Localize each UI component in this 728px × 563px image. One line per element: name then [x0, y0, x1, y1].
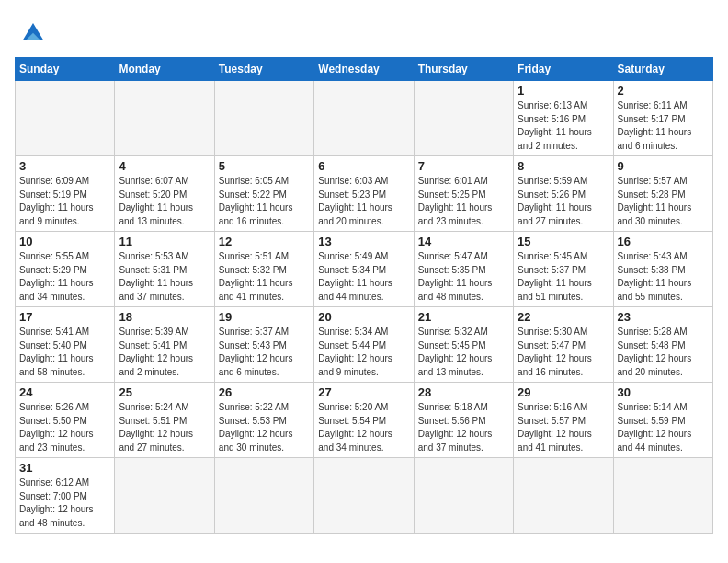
day-info: Sunrise: 5:45 AM Sunset: 5:37 PM Dayligh…: [518, 250, 609, 304]
calendar-cell: 21Sunrise: 5:32 AM Sunset: 5:45 PM Dayli…: [414, 307, 513, 383]
day-number: 19: [219, 310, 310, 324]
calendar-cell: [314, 458, 414, 534]
day-number: 24: [19, 385, 110, 399]
col-header-monday: Monday: [115, 58, 214, 81]
day-number: 28: [418, 385, 509, 399]
calendar-cell: 24Sunrise: 5:26 AM Sunset: 5:50 PM Dayli…: [16, 383, 115, 458]
calendar-cell: 6Sunrise: 6:03 AM Sunset: 5:23 PM Daylig…: [314, 156, 414, 232]
col-header-tuesday: Tuesday: [214, 58, 313, 81]
day-number: 26: [219, 385, 310, 399]
calendar-cell: 11Sunrise: 5:53 AM Sunset: 5:31 PM Dayli…: [115, 232, 214, 307]
calendar-cell: 29Sunrise: 5:16 AM Sunset: 5:57 PM Dayli…: [514, 383, 613, 458]
col-header-thursday: Thursday: [414, 58, 513, 81]
calendar-cell: [115, 81, 214, 156]
calendar-cell: 16Sunrise: 5:43 AM Sunset: 5:38 PM Dayli…: [613, 232, 712, 307]
calendar-cell: 10Sunrise: 5:55 AM Sunset: 5:29 PM Dayli…: [16, 232, 115, 307]
day-number: 1: [518, 84, 609, 98]
day-info: Sunrise: 5:28 AM Sunset: 5:48 PM Dayligh…: [618, 326, 709, 379]
day-number: 23: [618, 310, 709, 324]
day-info: Sunrise: 5:24 AM Sunset: 5:51 PM Dayligh…: [119, 401, 210, 454]
calendar-header-row: SundayMondayTuesdayWednesdayThursdayFrid…: [16, 58, 713, 81]
calendar-cell: [514, 458, 613, 534]
logo: [15, 15, 50, 52]
day-info: Sunrise: 5:55 AM Sunset: 5:29 PM Dayligh…: [19, 250, 110, 304]
day-info: Sunrise: 5:34 AM Sunset: 5:44 PM Dayligh…: [318, 326, 409, 379]
day-number: 4: [119, 159, 210, 173]
day-info: Sunrise: 6:01 AM Sunset: 5:25 PM Dayligh…: [418, 175, 509, 228]
day-number: 21: [418, 310, 509, 324]
calendar-cell: [214, 458, 313, 534]
day-number: 31: [19, 461, 110, 475]
day-number: 8: [518, 159, 609, 173]
day-number: 17: [19, 310, 110, 324]
day-info: Sunrise: 5:18 AM Sunset: 5:56 PM Dayligh…: [418, 401, 509, 454]
calendar-cell: 26Sunrise: 5:22 AM Sunset: 5:53 PM Dayli…: [214, 383, 313, 458]
calendar-cell: [414, 458, 513, 534]
day-number: 12: [219, 235, 310, 248]
day-info: Sunrise: 6:05 AM Sunset: 5:22 PM Dayligh…: [219, 175, 310, 228]
day-info: Sunrise: 6:03 AM Sunset: 5:23 PM Dayligh…: [318, 175, 409, 228]
calendar-cell: [314, 81, 414, 156]
day-number: 29: [518, 385, 609, 399]
day-number: 3: [19, 159, 110, 173]
calendar-cell: [613, 458, 712, 534]
day-info: Sunrise: 5:22 AM Sunset: 5:53 PM Dayligh…: [219, 401, 310, 454]
calendar-cell: 13Sunrise: 5:49 AM Sunset: 5:34 PM Dayli…: [314, 232, 414, 307]
day-number: 30: [618, 385, 709, 399]
calendar-cell: 28Sunrise: 5:18 AM Sunset: 5:56 PM Dayli…: [414, 383, 513, 458]
day-info: Sunrise: 6:09 AM Sunset: 5:19 PM Dayligh…: [19, 175, 110, 228]
day-number: 27: [318, 385, 409, 399]
week-row-2: 3Sunrise: 6:09 AM Sunset: 5:19 PM Daylig…: [16, 156, 713, 232]
calendar-cell: 3Sunrise: 6:09 AM Sunset: 5:19 PM Daylig…: [16, 156, 115, 232]
day-number: 16: [618, 235, 709, 248]
day-info: Sunrise: 5:14 AM Sunset: 5:59 PM Dayligh…: [618, 401, 709, 454]
calendar-cell: 23Sunrise: 5:28 AM Sunset: 5:48 PM Dayli…: [613, 307, 712, 383]
day-number: 14: [418, 235, 509, 248]
calendar-cell: [214, 81, 313, 156]
week-row-6: 31Sunrise: 6:12 AM Sunset: 7:00 PM Dayli…: [16, 458, 713, 534]
col-header-friday: Friday: [514, 58, 613, 81]
calendar-cell: 14Sunrise: 5:47 AM Sunset: 5:35 PM Dayli…: [414, 232, 513, 307]
week-row-3: 10Sunrise: 5:55 AM Sunset: 5:29 PM Dayli…: [16, 232, 713, 307]
logo-icon: [17, 15, 50, 48]
day-info: Sunrise: 5:32 AM Sunset: 5:45 PM Dayligh…: [418, 326, 509, 379]
calendar-cell: 19Sunrise: 5:37 AM Sunset: 5:43 PM Dayli…: [214, 307, 313, 383]
col-header-wednesday: Wednesday: [314, 58, 414, 81]
day-number: 22: [518, 310, 609, 324]
day-number: 10: [19, 235, 110, 248]
calendar-cell: 4Sunrise: 6:07 AM Sunset: 5:20 PM Daylig…: [115, 156, 214, 232]
day-info: Sunrise: 5:30 AM Sunset: 5:47 PM Dayligh…: [518, 326, 609, 379]
calendar-cell: 22Sunrise: 5:30 AM Sunset: 5:47 PM Dayli…: [514, 307, 613, 383]
day-info: Sunrise: 5:41 AM Sunset: 5:40 PM Dayligh…: [19, 326, 110, 379]
calendar-cell: 31Sunrise: 6:12 AM Sunset: 7:00 PM Dayli…: [16, 458, 115, 534]
day-info: Sunrise: 5:53 AM Sunset: 5:31 PM Dayligh…: [119, 250, 210, 304]
calendar-cell: 2Sunrise: 6:11 AM Sunset: 5:17 PM Daylig…: [613, 81, 712, 156]
day-number: 6: [318, 159, 409, 173]
day-number: 5: [219, 159, 310, 173]
week-row-1: 1Sunrise: 6:13 AM Sunset: 5:16 PM Daylig…: [16, 81, 713, 156]
day-info: Sunrise: 5:59 AM Sunset: 5:26 PM Dayligh…: [518, 175, 609, 228]
day-number: 18: [119, 310, 210, 324]
calendar-cell: [16, 81, 115, 156]
calendar-cell: 30Sunrise: 5:14 AM Sunset: 5:59 PM Dayli…: [613, 383, 712, 458]
week-row-4: 17Sunrise: 5:41 AM Sunset: 5:40 PM Dayli…: [16, 307, 713, 383]
day-info: Sunrise: 5:43 AM Sunset: 5:38 PM Dayligh…: [618, 250, 709, 304]
day-info: Sunrise: 5:37 AM Sunset: 5:43 PM Dayligh…: [219, 326, 310, 379]
calendar-cell: 20Sunrise: 5:34 AM Sunset: 5:44 PM Dayli…: [314, 307, 414, 383]
calendar-cell: [414, 81, 513, 156]
day-info: Sunrise: 5:47 AM Sunset: 5:35 PM Dayligh…: [418, 250, 509, 304]
col-header-sunday: Sunday: [16, 58, 115, 81]
page-header: [15, 9, 713, 52]
calendar-cell: 17Sunrise: 5:41 AM Sunset: 5:40 PM Dayli…: [16, 307, 115, 383]
day-number: 9: [618, 159, 709, 173]
day-info: Sunrise: 6:13 AM Sunset: 5:16 PM Dayligh…: [518, 99, 609, 153]
calendar-cell: 25Sunrise: 5:24 AM Sunset: 5:51 PM Dayli…: [115, 383, 214, 458]
day-number: 13: [318, 235, 409, 248]
calendar-table: SundayMondayTuesdayWednesdayThursdayFrid…: [15, 57, 713, 534]
calendar-cell: 9Sunrise: 5:57 AM Sunset: 5:28 PM Daylig…: [613, 156, 712, 232]
day-number: 15: [518, 235, 609, 248]
day-info: Sunrise: 5:57 AM Sunset: 5:28 PM Dayligh…: [618, 175, 709, 228]
calendar-cell: 27Sunrise: 5:20 AM Sunset: 5:54 PM Dayli…: [314, 383, 414, 458]
calendar-cell: 8Sunrise: 5:59 AM Sunset: 5:26 PM Daylig…: [514, 156, 613, 232]
day-info: Sunrise: 5:20 AM Sunset: 5:54 PM Dayligh…: [318, 401, 409, 454]
